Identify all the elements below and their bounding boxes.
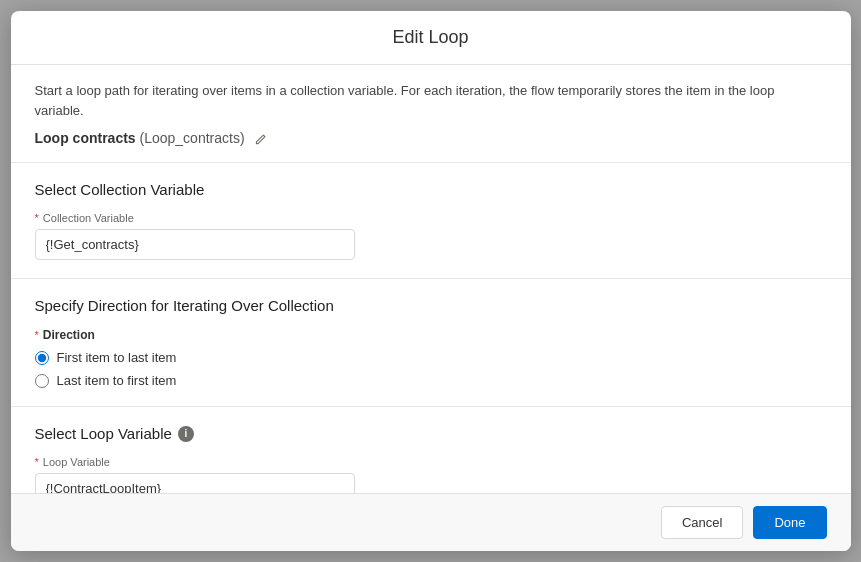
direction-field-label: * Direction: [35, 328, 827, 342]
modal-footer: Cancel Done: [11, 493, 851, 551]
cancel-button[interactable]: Cancel: [661, 506, 743, 539]
loop-name-bold: Loop contracts: [35, 130, 136, 146]
loop-variable-label-text: Loop Variable: [43, 456, 110, 468]
loop-name-row: Loop contracts (Loop_contracts): [35, 130, 827, 146]
modal-overlay: Edit Loop Start a loop path for iteratin…: [0, 0, 861, 562]
collection-required-mark: *: [35, 212, 39, 224]
edit-loop-name-icon[interactable]: [254, 133, 267, 146]
edit-loop-modal: Edit Loop Start a loop path for iteratin…: [11, 11, 851, 551]
description-section: Start a loop path for iterating over ite…: [11, 65, 851, 163]
direction-section-title: Specify Direction for Iterating Over Col…: [35, 297, 827, 314]
loop-variable-title-row: Select Loop Variable i: [35, 425, 827, 442]
collection-label-text: Collection Variable: [43, 212, 134, 224]
radio-first-to-last[interactable]: First item to last item: [35, 350, 827, 365]
radio-first-to-last-input[interactable]: [35, 351, 49, 365]
done-button[interactable]: Done: [753, 506, 826, 539]
loop-variable-section-title: Select Loop Variable: [35, 425, 172, 442]
loop-variable-info-icon[interactable]: i: [178, 426, 194, 442]
loop-name-id: (Loop_contracts): [140, 130, 245, 146]
collection-field-label: * Collection Variable: [35, 212, 827, 224]
description-text: Start a loop path for iterating over ite…: [35, 81, 827, 120]
radio-first-to-last-label: First item to last item: [57, 350, 177, 365]
direction-required-mark: *: [35, 329, 39, 341]
radio-last-to-first-label: Last item to first item: [57, 373, 177, 388]
direction-section: Specify Direction for Iterating Over Col…: [11, 279, 851, 407]
modal-header: Edit Loop: [11, 11, 851, 65]
loop-variable-input[interactable]: [35, 473, 355, 493]
loop-variable-field-label: * Loop Variable: [35, 456, 827, 468]
loop-variable-section: Select Loop Variable i * Loop Variable: [11, 407, 851, 493]
modal-body: Start a loop path for iterating over ite…: [11, 65, 851, 493]
collection-section-title: Select Collection Variable: [35, 181, 827, 198]
radio-last-to-first-input[interactable]: [35, 374, 49, 388]
collection-section: Select Collection Variable * Collection …: [11, 163, 851, 279]
radio-last-to-first[interactable]: Last item to first item: [35, 373, 827, 388]
direction-label-text: Direction: [43, 328, 95, 342]
modal-title: Edit Loop: [35, 27, 827, 48]
direction-radio-group: First item to last item Last item to fir…: [35, 350, 827, 388]
collection-variable-input[interactable]: [35, 229, 355, 260]
loop-variable-required-mark: *: [35, 456, 39, 468]
